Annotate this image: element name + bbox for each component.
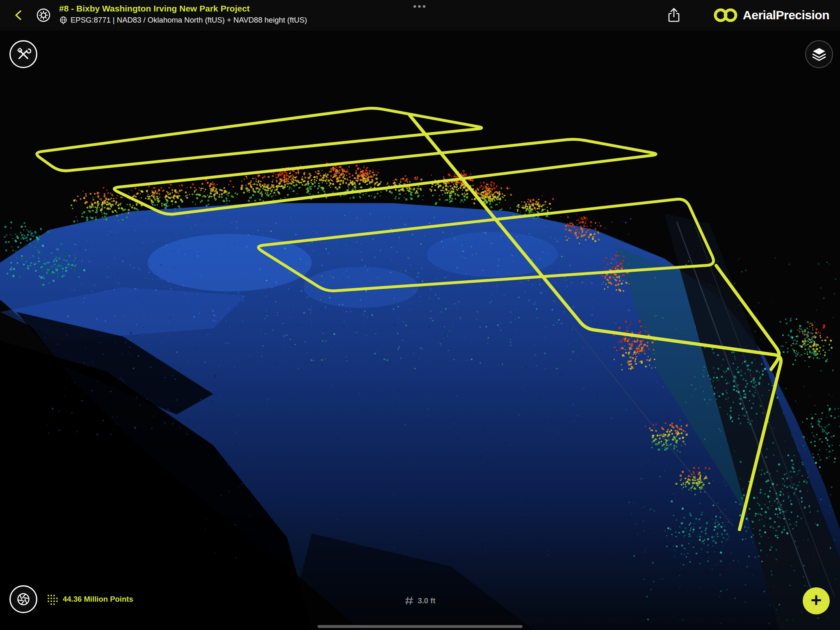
grid-scale-label: 3.0 ft [418, 596, 435, 605]
shutter-icon [15, 591, 32, 607]
points-count-indicator: 44.36 Million Points [46, 591, 133, 607]
project-title: #8 - Bixby Washington Irving New Park Pr… [59, 3, 307, 14]
globe-icon [59, 16, 68, 25]
points-count-label: 44.36 Million Points [63, 595, 133, 604]
dot-grid-icon [46, 593, 58, 605]
terrain-pointcloud [0, 203, 840, 630]
capture-button[interactable] [9, 585, 37, 613]
home-indicator[interactable] [317, 625, 523, 628]
tools-button[interactable] [9, 40, 37, 68]
gear-icon [35, 7, 52, 24]
project-header: #8 - Bixby Washington Irving New Park Pr… [59, 3, 307, 25]
grid-icon [404, 596, 414, 605]
crs-label: EPSG:8771 | NAD83 / Oklahoma North (ftUS… [71, 15, 307, 25]
infinity-loop-icon [712, 7, 739, 24]
chevron-left-icon [13, 9, 25, 21]
brand-name: AerialPrecision [743, 8, 829, 22]
pointcloud-viewport[interactable] [0, 0, 840, 630]
share-icon [666, 7, 682, 23]
top-bar: #8 - Bixby Washington Irving New Park Pr… [0, 0, 840, 30]
layers-icon [811, 46, 827, 62]
share-button[interactable] [664, 6, 683, 25]
more-options-button[interactable]: ••• [413, 1, 427, 12]
back-button[interactable] [10, 6, 28, 24]
grid-scale-indicator: 3.0 ft [404, 596, 435, 605]
app-window: #8 - Bixby Washington Irving New Park Pr… [0, 0, 840, 630]
layers-button[interactable] [805, 40, 833, 68]
crossed-tools-icon [16, 46, 31, 62]
processing-status-button[interactable] [34, 6, 52, 24]
add-button[interactable]: + [803, 587, 830, 614]
plus-icon: + [811, 591, 822, 609]
brand-logo: AerialPrecision [712, 0, 829, 30]
